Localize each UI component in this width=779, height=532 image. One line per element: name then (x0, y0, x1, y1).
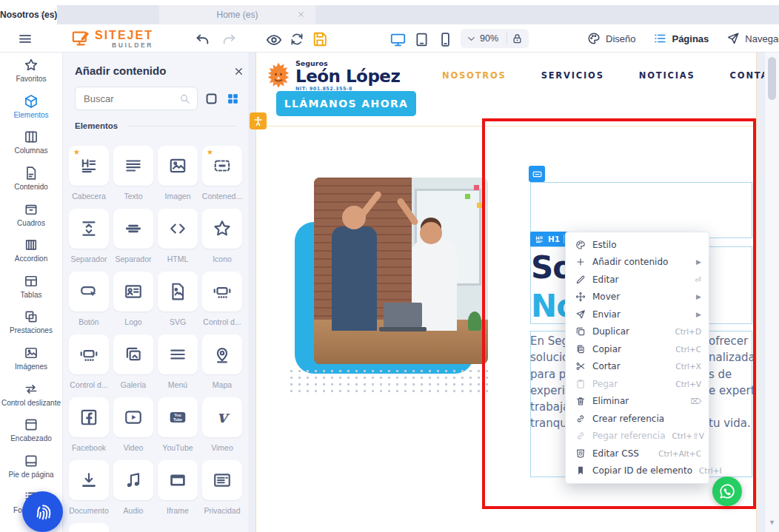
site-nav-item[interactable]: NOSOTROS (442, 70, 506, 81)
fingerprint-button[interactable] (22, 491, 63, 532)
element-tile[interactable]: ★ (69, 272, 109, 312)
context-menu-item[interactable]: Crear referencia ▶ (566, 410, 709, 428)
sidebar-item[interactable]: Elementos (0, 89, 62, 125)
element-tile[interactable]: ★ (158, 272, 198, 312)
context-menu-item[interactable]: Pegar referencia Ctrl+⇧V ▶ (566, 428, 709, 445)
sidebar-item[interactable]: Columnas (0, 124, 62, 161)
element-tile[interactable]: ★ (202, 209, 242, 249)
refresh-icon[interactable] (290, 32, 304, 47)
context-menu-item-shortcut: ⌦ (690, 397, 701, 405)
sidebar-item[interactable]: Favoritos (0, 53, 62, 89)
element-tile[interactable]: ★ (113, 460, 153, 500)
hamburger-menu-icon[interactable] (16, 31, 34, 47)
context-menu-item[interactable]: Pegar Ctrl+V ▶ (566, 375, 709, 393)
context-menu-item[interactable]: Duplicar Ctrl+D ▶ (566, 323, 709, 341)
lock-icon[interactable] (512, 33, 523, 44)
page-guide-right (756, 53, 757, 532)
element-tile[interactable]: ★ (158, 146, 198, 186)
device-icon[interactable] (390, 32, 406, 47)
sidebar-item[interactable]: Imágenes (0, 340, 62, 377)
accessibility-widget-button[interactable] (250, 112, 267, 129)
element-tile[interactable]: ★ (113, 146, 153, 186)
element-tile[interactable]: ★ (202, 146, 242, 186)
element-tile[interactable]: ★ (113, 209, 153, 249)
lion-logo-icon[interactable] (263, 61, 294, 92)
context-menu-item[interactable]: Mover ▶ (566, 289, 709, 306)
photo-person-left (332, 226, 377, 331)
toolbar-right-button[interactable]: Diseño (587, 32, 635, 45)
search-input[interactable] (76, 87, 172, 110)
context-menu-item-label: Copiar ID de elemento (592, 465, 692, 476)
context-menu-item[interactable]: Editar CSS Ctrl+Alt+C ▶ (566, 445, 709, 462)
chevron-down-icon[interactable] (467, 34, 476, 44)
canvas-scrollbar[interactable]: ▼ (764, 53, 779, 532)
element-tile[interactable]: ★ (69, 460, 109, 500)
element-tile[interactable]: ★ (158, 334, 198, 374)
element-tile[interactable]: ★ (69, 397, 109, 437)
element-tile[interactable]: ★ (202, 334, 242, 374)
site-nav-item[interactable]: NOTICIAS (639, 70, 695, 81)
site-nav-item[interactable]: CONTACTO (730, 70, 764, 81)
element-tile-cell: ★ Privacidad (202, 460, 242, 523)
grid-view-toggle-icon[interactable] (226, 92, 240, 106)
element-tile[interactable]: ★ YouTube (158, 397, 198, 437)
element-tile[interactable]: ★ (69, 146, 109, 186)
device-icon[interactable] (414, 32, 429, 47)
context-menu-item[interactable]: Enviar ▶ (566, 306, 709, 323)
site-nav-item[interactable]: SERVICIOS (541, 70, 604, 81)
context-menu-item[interactable]: Eliminar ⌦ ▶ (566, 393, 709, 411)
element-tile[interactable]: ★ (113, 334, 153, 374)
sidebar-item[interactable]: Prestaciones (0, 304, 62, 340)
context-menu-item[interactable]: Copiar Ctrl+C ▶ (566, 340, 709, 358)
element-tile[interactable]: ★ (202, 460, 242, 500)
sidebar-item[interactable]: Cuadros (0, 196, 62, 232)
close-icon[interactable] (297, 10, 305, 18)
page-tab[interactable]: Nosotros (es) (0, 5, 57, 24)
context-menu-item[interactable]: Estilo ▶ (566, 236, 709, 254)
context-menu-item[interactable]: Editar ⏎ ▶ (566, 271, 709, 289)
element-tile[interactable]: ★ v (202, 397, 242, 437)
save-icon[interactable] (312, 31, 328, 47)
preview-eye-icon[interactable] (266, 32, 282, 48)
element-tile[interactable]: ★ (158, 209, 198, 249)
element-tile[interactable]: ★ (202, 272, 242, 312)
context-menu-item-label: Crear referencia (592, 414, 664, 424)
scrollbar-down-arrow[interactable]: ▼ (769, 519, 775, 526)
element-tile[interactable]: ★ (158, 460, 198, 500)
zoom-control[interactable]: 90% (461, 29, 529, 48)
sidebar-item[interactable]: Pie de página (0, 448, 62, 485)
sidebar-item[interactable]: Tablas (0, 269, 62, 305)
element-tile[interactable]: ★ (113, 397, 153, 437)
element-tile[interactable]: ★ (69, 334, 109, 374)
close-icon[interactable] (233, 66, 244, 77)
sitejet-logo[interactable]: SITEJET BUILDER (95, 30, 153, 49)
site-logo-text[interactable]: Seguros León López NIT: 901.852.355-8 (295, 60, 400, 91)
element-tile-label: YouTube (153, 443, 202, 452)
redo-icon[interactable] (221, 32, 238, 48)
page-tab[interactable]: Home (es) (159, 5, 315, 24)
device-icon[interactable] (438, 32, 453, 47)
hero-photo[interactable] (314, 178, 488, 364)
element-tile[interactable]: ★ (69, 523, 109, 532)
toolbar-right-button[interactable]: Navegador (726, 32, 779, 45)
context-menu-item[interactable]: Añadir contenido ▶ (566, 254, 709, 272)
list-view-toggle-icon[interactable] (204, 92, 218, 106)
call-now-button[interactable]: LLÁMANOS AHORA (276, 91, 416, 116)
sidebar-item[interactable]: Control deslizante (0, 376, 62, 412)
context-menu-item[interactable]: Cortar Ctrl+X ▶ (566, 358, 709, 376)
toolbar-right-button[interactable]: Páginas (653, 32, 709, 45)
scrollbar-thumb[interactable] (768, 57, 776, 100)
undo-icon[interactable] (194, 32, 210, 48)
element-tile-label: Audio (109, 506, 158, 515)
element-tile-label: Texto (109, 192, 158, 201)
sidebar-item[interactable]: Contenido (0, 161, 62, 197)
svg-text:v: v (217, 408, 230, 426)
context-menu-item-label: Editar CSS (592, 448, 639, 459)
sitejet-logo-icon[interactable] (70, 29, 91, 49)
element-tile[interactable]: ★ (69, 209, 109, 249)
element-tile[interactable]: ★ (113, 272, 153, 312)
close-icon[interactable] (39, 10, 47, 18)
context-menu-item[interactable]: Copiar ID de elemento Ctrl+I ▶ (566, 462, 709, 480)
sidebar-item[interactable]: Accordion (0, 232, 62, 269)
sidebar-item[interactable]: Encabezado (0, 412, 62, 448)
